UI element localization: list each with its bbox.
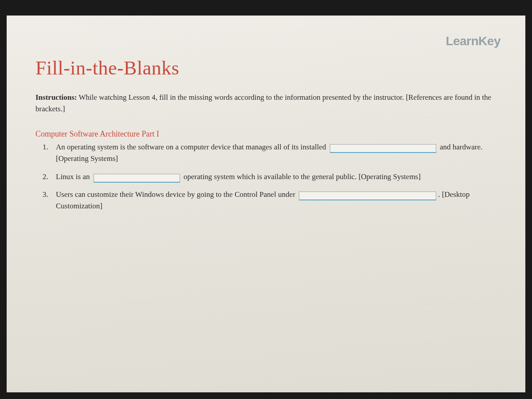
instructions-label: Instructions: [35,93,77,102]
question-text-pre: Linux is an [56,172,92,181]
section-heading: Computer Software Architecture Part I [35,129,501,139]
blank-input[interactable] [299,192,436,200]
question-number: 2. [43,171,48,183]
instructions-body: While watching Lesson 4, fill in the mis… [35,93,491,113]
question-number: 1. [43,141,48,153]
page-title: Fill-in-the-Blanks [35,57,501,79]
question-item: 3. Users can customize their Windows dev… [56,189,501,212]
question-list: 1. An operating system is the software o… [35,141,501,212]
question-number: 3. [43,189,48,200]
question-item: 1. An operating system is the software o… [56,141,501,165]
question-text-post: operating system which is available to t… [182,172,421,181]
question-item: 2. Linux is an operating system which is… [56,171,501,183]
worksheet-page: LearnKey Fill-in-the-Blanks Instructions… [7,16,525,392]
brand-logo: LearnKey [446,34,501,48]
question-text-pre: Users can customize their Windows device… [56,190,297,199]
instructions-text: Instructions: While watching Lesson 4, f… [35,92,501,114]
blank-input[interactable] [94,174,180,183]
question-text-pre: An operating system is the software on a… [56,143,328,151]
blank-input[interactable] [330,144,436,153]
